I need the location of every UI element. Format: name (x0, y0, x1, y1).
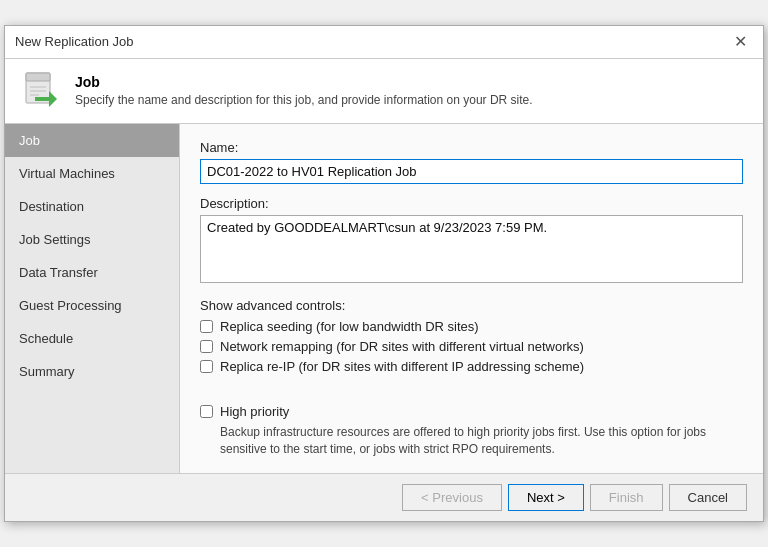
high-priority-description: Backup infrastructure resources are offe… (220, 424, 743, 458)
finish-button[interactable]: Finish (590, 484, 663, 511)
footer: < Previous Next > Finish Cancel (5, 473, 763, 521)
title-bar: New Replication Job ✕ (5, 26, 763, 59)
sidebar-item-virtual-machines[interactable]: Virtual Machines (5, 157, 179, 190)
cancel-button[interactable]: Cancel (669, 484, 747, 511)
checkbox-replica-seeding[interactable]: Replica seeding (for low bandwidth DR si… (200, 319, 743, 334)
high-priority-checkbox[interactable] (200, 405, 213, 418)
replica-reip-checkbox[interactable] (200, 360, 213, 373)
network-remapping-checkbox[interactable] (200, 340, 213, 353)
description-label: Description: (200, 196, 743, 211)
main-content: Name: Description: Created by GOODDEALMA… (180, 124, 763, 474)
high-priority-section: High priority Backup infrastructure reso… (200, 394, 743, 458)
sidebar-item-summary[interactable]: Summary (5, 355, 179, 388)
header-area: Job Specify the name and description for… (5, 59, 763, 124)
checkbox-network-remapping[interactable]: Network remapping (for DR sites with dif… (200, 339, 743, 354)
sidebar-item-destination[interactable]: Destination (5, 190, 179, 223)
advanced-section: Show advanced controls: Replica seeding … (200, 298, 743, 374)
sidebar-item-guest-processing[interactable]: Guest Processing (5, 289, 179, 322)
name-input[interactable] (200, 159, 743, 184)
network-remapping-label: Network remapping (for DR sites with dif… (220, 339, 584, 354)
header-text: Job Specify the name and description for… (75, 74, 533, 107)
name-label: Name: (200, 140, 743, 155)
sidebar-item-data-transfer[interactable]: Data Transfer (5, 256, 179, 289)
replica-seeding-label: Replica seeding (for low bandwidth DR si… (220, 319, 479, 334)
close-button[interactable]: ✕ (728, 32, 753, 52)
checkbox-replica-reip[interactable]: Replica re-IP (for DR sites with differe… (200, 359, 743, 374)
dialog-title: New Replication Job (15, 34, 134, 49)
header-title: Job (75, 74, 533, 90)
high-priority-label-text: High priority (220, 404, 289, 419)
description-textarea[interactable]: Created by GOODDEALMART\csun at 9/23/202… (200, 215, 743, 283)
sidebar-item-job[interactable]: Job (5, 124, 179, 157)
header-description: Specify the name and description for thi… (75, 93, 533, 107)
new-replication-job-dialog: New Replication Job ✕ Job Specify the na… (4, 25, 764, 523)
replica-reip-label: Replica re-IP (for DR sites with differe… (220, 359, 584, 374)
name-group: Name: (200, 140, 743, 184)
replica-seeding-checkbox[interactable] (200, 320, 213, 333)
previous-button[interactable]: < Previous (402, 484, 502, 511)
sidebar: Job Virtual Machines Destination Job Set… (5, 124, 180, 474)
advanced-title: Show advanced controls: (200, 298, 743, 313)
body-area: Job Virtual Machines Destination Job Set… (5, 124, 763, 474)
sidebar-item-job-settings[interactable]: Job Settings (5, 223, 179, 256)
high-priority-checkbox-label[interactable]: High priority (200, 404, 743, 419)
svg-rect-1 (26, 73, 50, 81)
next-button[interactable]: Next > (508, 484, 584, 511)
sidebar-item-schedule[interactable]: Schedule (5, 322, 179, 355)
job-icon (21, 71, 61, 111)
description-group: Description: Created by GOODDEALMART\csu… (200, 196, 743, 286)
